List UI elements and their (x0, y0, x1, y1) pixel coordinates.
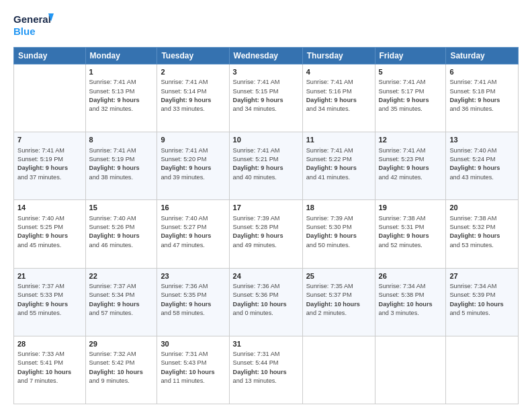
day-info: Sunrise: 7:32 AMSunset: 5:42 PMDaylight:… (89, 350, 154, 385)
day-number: 22 (89, 271, 154, 281)
day-number: 18 (306, 203, 371, 213)
calendar-cell (375, 336, 446, 404)
calendar-cell: 20Sunrise: 7:38 AMSunset: 5:32 PMDayligh… (446, 200, 519, 268)
day-number: 27 (449, 271, 515, 281)
day-info: Sunrise: 7:41 AMSunset: 5:19 PMDaylight:… (17, 146, 82, 182)
day-number: 10 (233, 135, 299, 145)
day-info: Sunrise: 7:41 AMSunset: 5:14 PMDaylight:… (161, 78, 225, 113)
day-info: Sunrise: 7:41 AMSunset: 5:20 PMDaylight:… (161, 146, 225, 182)
calendar-cell: 19Sunrise: 7:38 AMSunset: 5:31 PMDayligh… (375, 200, 446, 268)
day-info: Sunrise: 7:41 AMSunset: 5:16 PMDaylight:… (306, 78, 371, 113)
day-number: 12 (379, 135, 443, 145)
day-number: 31 (233, 339, 299, 349)
calendar-cell: 28Sunrise: 7:33 AMSunset: 5:41 PMDayligh… (14, 336, 86, 404)
logo: General Blue (13, 11, 54, 40)
day-info: Sunrise: 7:37 AMSunset: 5:33 PMDaylight:… (17, 282, 82, 318)
day-number: 23 (161, 271, 225, 281)
day-info: Sunrise: 7:31 AMSunset: 5:43 PMDaylight:… (161, 350, 225, 385)
day-number: 29 (89, 339, 154, 349)
header: General Blue (13, 11, 519, 40)
day-info: Sunrise: 7:38 AMSunset: 5:31 PMDaylight:… (379, 214, 443, 250)
calendar-cell: 31Sunrise: 7:31 AMSunset: 5:44 PMDayligh… (229, 336, 302, 404)
weekday-friday: Friday (375, 48, 446, 64)
calendar-cell: 6Sunrise: 7:41 AMSunset: 5:18 PMDaylight… (446, 64, 519, 132)
weekday-saturday: Saturday (446, 48, 519, 64)
day-number: 4 (306, 67, 371, 77)
day-info: Sunrise: 7:41 AMSunset: 5:21 PMDaylight:… (233, 146, 299, 182)
day-number: 3 (233, 67, 299, 77)
day-info: Sunrise: 7:41 AMSunset: 5:15 PMDaylight:… (233, 78, 299, 113)
week-row-4: 21Sunrise: 7:37 AMSunset: 5:33 PMDayligh… (14, 268, 519, 336)
calendar-cell: 17Sunrise: 7:39 AMSunset: 5:28 PMDayligh… (229, 200, 302, 268)
calendar-cell: 5Sunrise: 7:41 AMSunset: 5:17 PMDaylight… (375, 64, 446, 132)
calendar-cell: 1Sunrise: 7:41 AMSunset: 5:13 PMDaylight… (85, 64, 157, 132)
calendar-cell: 27Sunrise: 7:34 AMSunset: 5:39 PMDayligh… (446, 268, 519, 336)
calendar-cell (302, 336, 375, 404)
day-info: Sunrise: 7:33 AMSunset: 5:41 PMDaylight:… (17, 350, 82, 385)
day-number: 21 (17, 271, 82, 281)
calendar-cell: 26Sunrise: 7:34 AMSunset: 5:38 PMDayligh… (375, 268, 446, 336)
day-info: Sunrise: 7:40 AMSunset: 5:27 PMDaylight:… (161, 214, 225, 250)
day-number: 2 (161, 67, 225, 77)
calendar-cell: 3Sunrise: 7:41 AMSunset: 5:15 PMDaylight… (229, 64, 302, 132)
weekday-sunday: Sunday (14, 48, 86, 64)
day-number: 11 (306, 135, 371, 145)
week-row-5: 28Sunrise: 7:33 AMSunset: 5:41 PMDayligh… (14, 336, 519, 404)
day-info: Sunrise: 7:41 AMSunset: 5:17 PMDaylight:… (379, 78, 443, 113)
weekday-header-row: SundayMondayTuesdayWednesdayThursdayFrid… (14, 48, 519, 64)
calendar-cell: 29Sunrise: 7:32 AMSunset: 5:42 PMDayligh… (85, 336, 157, 404)
week-row-1: 1Sunrise: 7:41 AMSunset: 5:13 PMDaylight… (14, 64, 519, 132)
calendar-cell (14, 64, 86, 132)
day-info: Sunrise: 7:37 AMSunset: 5:34 PMDaylight:… (89, 282, 154, 318)
day-info: Sunrise: 7:36 AMSunset: 5:35 PMDaylight:… (161, 282, 225, 318)
calendar-cell: 8Sunrise: 7:41 AMSunset: 5:19 PMDaylight… (85, 132, 157, 200)
weekday-monday: Monday (85, 48, 157, 64)
day-info: Sunrise: 7:40 AMSunset: 5:25 PMDaylight:… (17, 214, 82, 250)
weekday-tuesday: Tuesday (157, 48, 229, 64)
day-info: Sunrise: 7:41 AMSunset: 5:18 PMDaylight:… (449, 78, 515, 113)
calendar-cell (446, 336, 519, 404)
day-info: Sunrise: 7:39 AMSunset: 5:28 PMDaylight:… (233, 214, 299, 250)
calendar-cell: 12Sunrise: 7:41 AMSunset: 5:23 PMDayligh… (375, 132, 446, 200)
day-info: Sunrise: 7:41 AMSunset: 5:19 PMDaylight:… (89, 146, 154, 182)
week-row-2: 7Sunrise: 7:41 AMSunset: 5:19 PMDaylight… (14, 132, 519, 200)
calendar-cell: 10Sunrise: 7:41 AMSunset: 5:21 PMDayligh… (229, 132, 302, 200)
day-number: 26 (379, 271, 443, 281)
day-info: Sunrise: 7:31 AMSunset: 5:44 PMDaylight:… (233, 350, 299, 385)
day-number: 19 (379, 203, 443, 213)
svg-text:General: General (13, 13, 51, 25)
weekday-thursday: Thursday (302, 48, 375, 64)
day-info: Sunrise: 7:34 AMSunset: 5:39 PMDaylight:… (449, 282, 515, 318)
day-info: Sunrise: 7:40 AMSunset: 5:26 PMDaylight:… (89, 214, 154, 250)
day-number: 16 (161, 203, 225, 213)
calendar-cell: 21Sunrise: 7:37 AMSunset: 5:33 PMDayligh… (14, 268, 86, 336)
day-number: 15 (89, 203, 154, 213)
calendar-cell: 14Sunrise: 7:40 AMSunset: 5:25 PMDayligh… (14, 200, 86, 268)
calendar-table: SundayMondayTuesdayWednesdayThursdayFrid… (13, 47, 519, 404)
week-row-3: 14Sunrise: 7:40 AMSunset: 5:25 PMDayligh… (14, 200, 519, 268)
day-number: 24 (233, 271, 299, 281)
day-number: 5 (379, 67, 443, 77)
day-number: 13 (449, 135, 515, 145)
calendar-cell: 24Sunrise: 7:36 AMSunset: 5:36 PMDayligh… (229, 268, 302, 336)
day-number: 6 (449, 67, 515, 77)
calendar-cell: 9Sunrise: 7:41 AMSunset: 5:20 PMDaylight… (157, 132, 229, 200)
calendar-cell: 25Sunrise: 7:35 AMSunset: 5:37 PMDayligh… (302, 268, 375, 336)
calendar-cell: 11Sunrise: 7:41 AMSunset: 5:22 PMDayligh… (302, 132, 375, 200)
logo-svg: General Blue (13, 11, 54, 40)
calendar-cell: 16Sunrise: 7:40 AMSunset: 5:27 PMDayligh… (157, 200, 229, 268)
day-info: Sunrise: 7:39 AMSunset: 5:30 PMDaylight:… (306, 214, 371, 250)
day-number: 25 (306, 271, 371, 281)
day-number: 1 (89, 67, 154, 77)
day-info: Sunrise: 7:41 AMSunset: 5:23 PMDaylight:… (379, 146, 443, 182)
calendar-cell: 7Sunrise: 7:41 AMSunset: 5:19 PMDaylight… (14, 132, 86, 200)
day-info: Sunrise: 7:38 AMSunset: 5:32 PMDaylight:… (449, 214, 515, 250)
day-info: Sunrise: 7:36 AMSunset: 5:36 PMDaylight:… (233, 282, 299, 318)
day-number: 7 (17, 135, 82, 145)
day-info: Sunrise: 7:41 AMSunset: 5:13 PMDaylight:… (89, 78, 154, 113)
calendar-cell: 4Sunrise: 7:41 AMSunset: 5:16 PMDaylight… (302, 64, 375, 132)
calendar-cell: 30Sunrise: 7:31 AMSunset: 5:43 PMDayligh… (157, 336, 229, 404)
svg-text:Blue: Blue (13, 26, 36, 37)
calendar-cell: 18Sunrise: 7:39 AMSunset: 5:30 PMDayligh… (302, 200, 375, 268)
calendar-cell: 15Sunrise: 7:40 AMSunset: 5:26 PMDayligh… (85, 200, 157, 268)
